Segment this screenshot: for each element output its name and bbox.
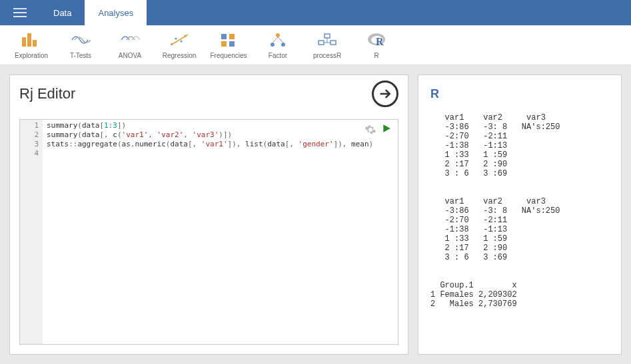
settings-button[interactable] xyxy=(364,124,376,136)
svg-rect-1 xyxy=(13,12,27,13)
ribbon-label: T-Tests xyxy=(70,52,91,59)
svg-point-15 xyxy=(276,33,280,37)
ttests-icon xyxy=(71,31,91,49)
ribbon-label: Exploration xyxy=(15,52,48,59)
editor-panel: Rj Editor 1234 summary(data[1:3])summary… xyxy=(9,75,408,355)
run-button[interactable] xyxy=(382,124,391,136)
ribbon-processr[interactable]: processR xyxy=(303,25,352,65)
line-gutter: 1234 xyxy=(20,120,43,344)
svg-rect-2 xyxy=(13,16,27,17)
run-all-button[interactable] xyxy=(372,81,398,107)
output-panel: R var1 var2 var3 -3:86 -3: 8 NA's:250 -2… xyxy=(418,75,622,355)
ribbon-ttests[interactable]: T-Tests xyxy=(56,25,105,65)
svg-point-8 xyxy=(181,41,183,43)
svg-rect-20 xyxy=(318,41,324,45)
svg-text:R: R xyxy=(376,36,384,47)
ribbon-label: R xyxy=(374,52,378,59)
code-editor[interactable]: 1234 summary(data[1:3])summary(data[, c(… xyxy=(19,119,398,345)
svg-point-7 xyxy=(175,38,177,40)
ribbon-label: Frequencies xyxy=(210,52,247,59)
code-area[interactable]: summary(data[1:3])summary(data[, c('var1… xyxy=(43,120,398,344)
gear-icon xyxy=(364,124,376,136)
ribbon-label: Factor xyxy=(269,52,287,59)
ribbon-anova[interactable]: ANOVA xyxy=(105,25,155,65)
svg-rect-22 xyxy=(324,34,330,38)
arrow-right-icon xyxy=(378,87,392,100)
svg-rect-5 xyxy=(33,40,37,47)
play-icon xyxy=(382,124,391,133)
output-text: var1 var2 var3 -3:86 -3: 8 NA's:250 -2:7… xyxy=(430,113,609,309)
svg-rect-3 xyxy=(22,37,26,47)
tab-data[interactable]: Data xyxy=(40,0,85,25)
frequencies-icon xyxy=(220,31,237,49)
top-bar: Data Analyses xyxy=(0,0,631,25)
svg-marker-29 xyxy=(383,124,390,132)
anova-icon xyxy=(120,31,140,49)
processr-icon xyxy=(317,31,337,49)
ribbon-r[interactable]: R R xyxy=(352,25,401,65)
ribbon-exploration[interactable]: Exploration xyxy=(7,25,56,65)
menu-button[interactable] xyxy=(0,0,40,25)
ribbon-factor[interactable]: Factor xyxy=(253,25,303,65)
ribbon: Exploration T-Tests ANOVA Regression Fre… xyxy=(0,25,631,65)
ribbon-label: ANOVA xyxy=(119,52,141,59)
svg-point-17 xyxy=(281,43,285,47)
output-title: R xyxy=(430,87,609,101)
editor-header: Rj Editor xyxy=(10,75,408,112)
exploration-icon xyxy=(20,31,43,49)
svg-line-18 xyxy=(273,37,278,43)
ribbon-label: Regression xyxy=(163,52,197,59)
ribbon-frequencies[interactable]: Frequencies xyxy=(204,25,253,65)
regression-icon xyxy=(169,31,189,49)
editor-title: Rj Editor xyxy=(19,85,75,102)
ribbon-label: processR xyxy=(313,52,341,59)
factor-icon xyxy=(269,31,287,49)
code-actions xyxy=(364,124,391,136)
svg-rect-4 xyxy=(27,33,31,47)
r-icon: R xyxy=(366,31,386,49)
svg-rect-12 xyxy=(229,34,235,39)
svg-rect-21 xyxy=(330,41,336,45)
svg-line-10 xyxy=(171,35,188,45)
content-area: Rj Editor 1234 summary(data[1:3])summary… xyxy=(0,65,631,364)
svg-rect-0 xyxy=(13,8,27,9)
tab-analyses[interactable]: Analyses xyxy=(85,0,147,25)
svg-rect-11 xyxy=(221,34,227,39)
svg-line-19 xyxy=(278,37,283,43)
ribbon-regression[interactable]: Regression xyxy=(155,25,204,65)
hamburger-icon xyxy=(13,6,27,19)
svg-rect-13 xyxy=(221,41,227,47)
svg-point-16 xyxy=(271,43,275,47)
svg-rect-14 xyxy=(229,41,235,47)
